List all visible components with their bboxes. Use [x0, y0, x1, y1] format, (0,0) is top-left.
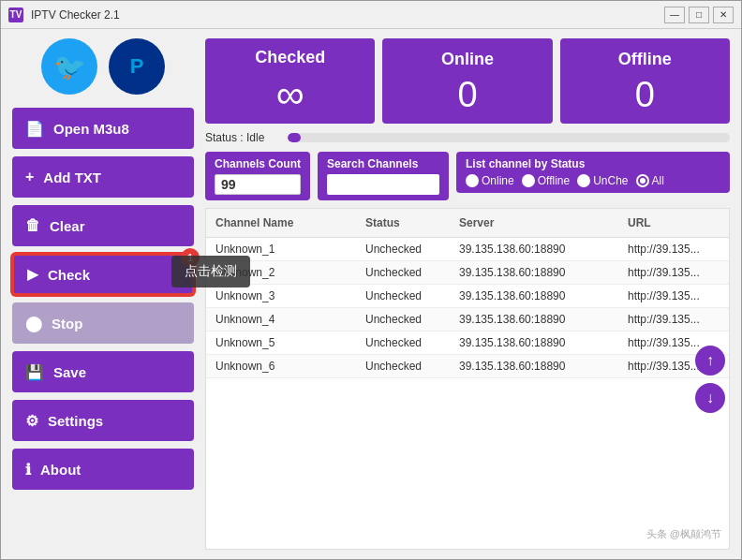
- channels-count-value: 99: [215, 174, 301, 195]
- clear-button[interactable]: 🗑 Clear: [12, 205, 194, 246]
- close-button[interactable]: ✕: [713, 7, 734, 23]
- scroll-up-icon: ↑: [706, 352, 714, 369]
- scroll-down-button[interactable]: ↓: [695, 383, 725, 413]
- search-channels-box: Search Channels: [318, 152, 449, 200]
- table-row[interactable]: Unknown_3 Unchecked 39.135.138.60:18890 …: [206, 285, 729, 308]
- twitter-icon: 🐦: [53, 52, 86, 82]
- table-row[interactable]: Unknown_2 Unchecked 39.135.138.60:18890 …: [206, 261, 729, 285]
- save-label: Save: [53, 364, 86, 380]
- col-header-server: Server: [450, 213, 618, 233]
- play-icon: ▶: [27, 266, 38, 283]
- radio-circle-offline: [522, 174, 535, 187]
- channels-count-box: Channels Count 99: [205, 152, 310, 200]
- paypal-icon: P: [130, 54, 144, 79]
- cell-name: Unknown_3: [206, 285, 356, 307]
- cell-url: http://39.135...: [618, 308, 729, 331]
- cell-status: Unchecked: [356, 285, 450, 307]
- progress-area: Status : Idle: [205, 131, 730, 144]
- search-input[interactable]: [327, 174, 439, 195]
- radio-online-label: Online: [482, 174, 514, 187]
- radio-offline[interactable]: Offline: [522, 174, 570, 187]
- add-txt-label: Add TXT: [43, 169, 101, 185]
- col-header-url: URL: [618, 213, 729, 233]
- radio-circle-online: [466, 174, 479, 187]
- radio-all[interactable]: All: [636, 174, 664, 187]
- about-button[interactable]: ℹ About: [12, 449, 194, 490]
- search-channels-label: Search Channels: [327, 157, 439, 170]
- col-header-name: Channel Name: [206, 213, 356, 233]
- stop-button[interactable]: ⬤ Stop: [12, 302, 194, 344]
- check-label: Check: [48, 267, 90, 283]
- main-content: 🐦 P 📄 Open M3u8 + Add TXT 🗑 Clear: [1, 29, 741, 559]
- cell-status: Unchecked: [356, 332, 450, 354]
- checked-label: Checked: [255, 48, 325, 67]
- table-row[interactable]: Unknown_6 Unchecked 39.135.138.60:18890 …: [206, 355, 729, 378]
- maximize-button[interactable]: □: [689, 7, 709, 23]
- cell-server: 39.135.138.60:18890: [450, 285, 618, 307]
- col-header-status: Status: [356, 213, 450, 233]
- file-icon: 📄: [25, 120, 44, 138]
- titlebar-left: TV IPTV Checker 2.1: [8, 7, 120, 22]
- table-row[interactable]: Unknown_4 Unchecked 39.135.138.60:18890 …: [206, 308, 729, 332]
- save-icon: 💾: [25, 363, 44, 381]
- settings-button[interactable]: ⚙ Settings: [12, 400, 194, 441]
- status-filter-box: List channel by Status Online Offline: [456, 152, 730, 193]
- table-row[interactable]: Unknown_5 Unchecked 39.135.138.60:18890 …: [206, 332, 729, 355]
- cell-name: Unknown_5: [206, 332, 356, 354]
- table-row[interactable]: Unknown_1 Unchecked 39.135.138.60:18890 …: [206, 238, 729, 261]
- scroll-down-icon: ↓: [706, 390, 714, 406]
- progress-track: [288, 133, 730, 142]
- plus-icon: +: [25, 169, 34, 185]
- stop-label: Stop: [52, 316, 82, 332]
- open-m3u8-button[interactable]: 📄 Open M3u8: [12, 108, 194, 149]
- titlebar-controls: — □ ✕: [664, 7, 734, 23]
- twitter-button[interactable]: 🐦: [41, 38, 97, 95]
- stop-icon: ⬤: [25, 315, 42, 332]
- social-buttons: 🐦 P: [12, 38, 194, 95]
- channels-count-label: Channels Count: [215, 157, 301, 170]
- scroll-buttons: ↑ ↓: [695, 346, 725, 413]
- titlebar: TV IPTV Checker 2.1 — □ ✕: [1, 1, 741, 29]
- radio-unche-label: UnChe: [593, 174, 628, 187]
- stats-row: Checked ∞ Online 0 Offline 0: [205, 38, 730, 124]
- clear-label: Clear: [50, 218, 85, 234]
- scroll-up-button[interactable]: ↑: [695, 346, 725, 376]
- paypal-button[interactable]: P: [109, 38, 165, 95]
- status-filter-label: List channel by Status: [466, 157, 720, 170]
- cell-server: 39.135.138.60:18890: [450, 238, 618, 260]
- cell-url: http://39.135...: [618, 261, 729, 284]
- cell-status: Unchecked: [356, 261, 450, 284]
- cell-url: http://39.135...: [618, 285, 729, 307]
- radio-all-label: All: [652, 174, 664, 187]
- radio-online[interactable]: Online: [466, 174, 514, 187]
- radio-offline-label: Offline: [538, 174, 570, 187]
- open-m3u8-label: Open M3u8: [53, 121, 129, 137]
- app-icon: TV: [8, 7, 23, 22]
- check-button-wrapper: ▶ Check 1 点击检测: [12, 254, 194, 295]
- check-button[interactable]: ▶ Check: [12, 254, 194, 295]
- right-panel: Checked ∞ Online 0 Offline 0 Status : Id…: [205, 29, 741, 559]
- status-options: Online Offline UnChe All: [466, 174, 720, 187]
- save-button[interactable]: 💾 Save: [12, 351, 194, 392]
- about-label: About: [40, 462, 81, 478]
- online-value: 0: [457, 77, 477, 112]
- add-txt-button[interactable]: + Add TXT: [12, 156, 194, 198]
- watermark: 头条 @枫颠鸿节: [646, 527, 721, 541]
- offline-stat: Offline 0: [560, 38, 730, 124]
- radio-unche[interactable]: UnChe: [577, 174, 628, 187]
- progress-fill: [288, 133, 301, 142]
- tooltip: 点击检测: [171, 256, 250, 287]
- checked-stat: Checked ∞: [205, 38, 375, 124]
- cell-server: 39.135.138.60:18890: [450, 308, 618, 331]
- cell-name: Unknown_6: [206, 355, 356, 377]
- online-stat: Online 0: [382, 38, 552, 124]
- status-text: Status : Idle: [205, 131, 280, 144]
- cell-status: Unchecked: [356, 238, 450, 260]
- table-header: Channel Name Status Server URL: [206, 209, 729, 238]
- cell-url: http://39.135...: [618, 238, 729, 260]
- online-label: Online: [441, 50, 494, 69]
- minimize-button[interactable]: —: [664, 7, 685, 23]
- cell-status: Unchecked: [356, 308, 450, 331]
- radio-circle-unche: [577, 174, 590, 187]
- table-body: Unknown_1 Unchecked 39.135.138.60:18890 …: [206, 238, 729, 378]
